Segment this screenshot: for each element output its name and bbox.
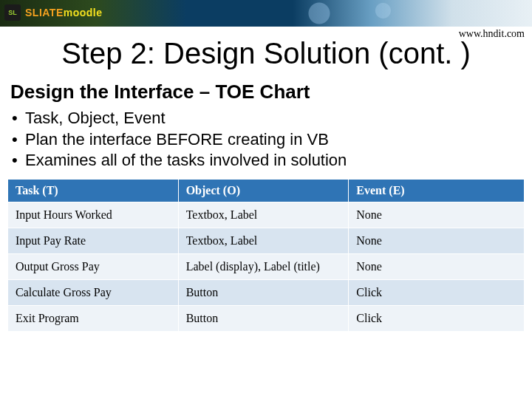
cell-object: Button [178, 279, 349, 305]
cell-object: Textbox, Label [178, 228, 349, 253]
table-row: Calculate Gross Pay Button Click [8, 279, 525, 305]
cell-object: Textbox, Label [178, 202, 349, 228]
cell-event: None [349, 228, 525, 253]
cell-task: Exit Program [8, 305, 179, 331]
cell-event: None [349, 253, 525, 279]
header-banner: SL SLIATEmoodle [0, 0, 532, 27]
bullet-item: Examines all of the tasks involved in so… [10, 150, 532, 171]
source-url: www.hndit.com [459, 28, 525, 40]
toe-chart-table: Task (T) Object (O) Event (E) Input Hour… [7, 179, 525, 332]
bullet-list: Task, Object, Event Plan the interface B… [10, 108, 532, 171]
slide: SL SLIATEmoodle www.hndit.com Step 2: De… [0, 0, 532, 399]
bullet-item: Task, Object, Event [10, 108, 532, 129]
cell-event: Click [349, 305, 525, 331]
cell-task: Input Hours Worked [8, 202, 179, 228]
table-header-row: Task (T) Object (O) Event (E) [8, 179, 525, 202]
cell-event: Click [349, 279, 525, 305]
table-header-task: Task (T) [8, 179, 179, 202]
cell-event: None [349, 202, 525, 228]
cell-task: Output Gross Pay [8, 253, 179, 279]
cell-task: Input Pay Rate [8, 228, 179, 253]
table-header-event: Event (E) [349, 179, 525, 202]
table-row: Input Pay Rate Textbox, Label None [8, 228, 525, 253]
brand-text: SLIATEmoodle [25, 7, 103, 18]
brand-text-a: SLIATE [25, 7, 64, 18]
table-row: Exit Program Button Click [8, 305, 525, 331]
subtitle: Design the Interface – TOE Chart [10, 81, 532, 103]
table-row: Input Hours Worked Textbox, Label None [8, 202, 525, 228]
brand-badge-icon: SL [4, 4, 21, 21]
page-title: Step 2: Design Solution (cont. ) [0, 37, 532, 70]
table-header-object: Object (O) [178, 179, 349, 202]
brand-text-b: moodle [64, 7, 103, 18]
cell-task: Calculate Gross Pay [8, 279, 179, 305]
table-row: Output Gross Pay Label (display), Label … [8, 253, 525, 279]
bullet-item: Plan the interface BEFORE creating in VB [10, 129, 532, 151]
brand-block: SL SLIATEmoodle [4, 4, 103, 21]
cell-object: Button [178, 305, 349, 331]
cell-object: Label (display), Label (title) [178, 253, 349, 279]
